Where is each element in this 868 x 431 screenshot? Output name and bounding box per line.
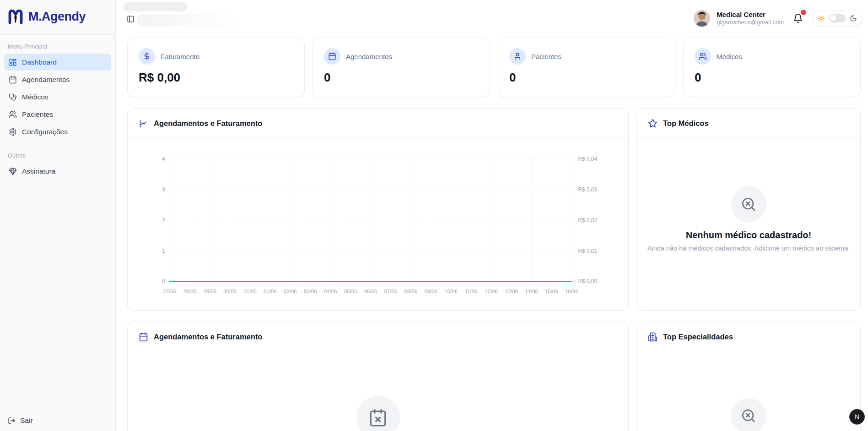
empty-circle: [731, 186, 766, 222]
chart-line-icon: [139, 119, 148, 128]
empty-circle: [731, 398, 766, 431]
sidebar-item-configuracoes[interactable]: Configurações: [4, 123, 111, 140]
hospital-icon: [648, 332, 658, 342]
svg-text:16/06: 16/06: [565, 289, 578, 294]
svg-text:27/05: 27/05: [163, 289, 177, 294]
calendar-icon: [328, 52, 336, 60]
svg-text:28/05: 28/05: [183, 289, 196, 294]
brand: M.Agendy: [0, 0, 115, 35]
stat-label: Pacientes: [531, 53, 561, 60]
stat-icon-circle: [695, 48, 711, 65]
sidebar-section-other: Outros: [0, 152, 115, 159]
avatar[interactable]: [694, 10, 710, 27]
top-doctors-card: Top Médicos Nenhum médico cadastrado! Ai…: [636, 108, 861, 311]
stat-value: 0: [324, 71, 479, 85]
sidebar-item-label: Assinatura: [22, 167, 55, 175]
svg-text:08/06: 08/06: [404, 289, 418, 294]
user-email: gigamatheus@gmail.com: [717, 19, 784, 26]
notifications-button[interactable]: [793, 13, 803, 23]
top-specialties-card: Top Especialidades: [636, 322, 861, 431]
moon-icon[interactable]: [850, 15, 857, 22]
stat-card-agendamentos: Agendamentos 0: [313, 38, 490, 97]
sidebar-item-label: Médicos: [22, 93, 49, 101]
topbar: Medical Center gigamatheus@gmail.com: [116, 0, 868, 38]
svg-text:10/06: 10/06: [444, 289, 458, 294]
app-root: M.Agendy Menu Principal Dashboard Agenda…: [0, 0, 868, 431]
svg-text:0: 0: [162, 278, 165, 284]
brand-logo-icon: [6, 8, 25, 26]
agendamentos-faturamento-chart: 0R$ 0,001R$ 0,012R$ 0,023R$ 0,034R$ 0,04…: [128, 138, 628, 311]
stat-card-faturamento: Faturamento R$ 0,00: [127, 38, 305, 97]
card-title: Agendamentos e Faturamento: [154, 119, 262, 128]
search-x-icon: [741, 196, 756, 212]
sidebar-nav: Dashboard Agendamentos Médicos Pacientes…: [0, 54, 115, 140]
sidebar-item-assinatura[interactable]: Assinatura: [4, 163, 111, 180]
card-title: Top Especialidades: [663, 333, 733, 341]
svg-text:R$ 0,01: R$ 0,01: [578, 248, 597, 254]
theme-toggle: [812, 11, 862, 26]
svg-text:13/06: 13/06: [505, 289, 518, 294]
stat-icon-circle: [324, 48, 340, 65]
content: Faturamento R$ 0,00 Agendamentos 0: [116, 38, 868, 431]
agenda-card: Agendamentos e Faturamento: [127, 322, 629, 431]
svg-text:14/06: 14/06: [525, 289, 538, 294]
sidebar-item-label: Pacientes: [22, 110, 53, 119]
svg-text:4: 4: [162, 156, 165, 162]
agenda-empty-state: [128, 351, 628, 431]
sidebar-item-medicos[interactable]: Médicos: [4, 88, 111, 105]
page-title-skeleton: [124, 2, 188, 11]
star-icon: [648, 119, 658, 128]
sidebar-item-label: Configurações: [22, 128, 68, 136]
gear-icon: [9, 128, 17, 136]
sun-icon[interactable]: [817, 15, 825, 22]
stat-value: 0: [695, 71, 849, 85]
svg-text:04/06: 04/06: [324, 289, 337, 294]
top-specialties-empty-state: [637, 351, 860, 431]
panel-left-icon: [127, 15, 135, 23]
doctors-icon: [699, 52, 707, 60]
svg-text:29/05: 29/05: [203, 289, 216, 294]
main-area: Medical Center gigamatheus@gmail.com: [116, 0, 868, 431]
svg-text:30/05: 30/05: [223, 289, 237, 294]
svg-text:02/06: 02/06: [284, 289, 297, 294]
search-x-icon: [741, 408, 756, 424]
stat-icon-circle: [139, 48, 155, 65]
subtitle-skeleton: [137, 14, 242, 27]
sidebar-item-pacientes[interactable]: Pacientes: [4, 106, 111, 123]
theme-switch-knob: [830, 15, 836, 22]
user-name: Medical Center: [717, 11, 784, 19]
sidebar-item-label: Dashboard: [22, 58, 57, 66]
svg-text:09/06: 09/06: [424, 289, 437, 294]
stat-label: Médicos: [717, 53, 742, 60]
empty-state-subtitle: Ainda não há médicos cadastrados. Adicio…: [647, 245, 850, 252]
svg-text:15/06: 15/06: [545, 289, 558, 294]
svg-text:03/06: 03/06: [304, 289, 317, 294]
sidebar-item-agendamentos[interactable]: Agendamentos: [4, 71, 111, 88]
sidebar-toggle-button[interactable]: [127, 15, 135, 23]
logout-button[interactable]: Sair: [8, 416, 33, 425]
stethoscope-icon: [9, 93, 17, 101]
stat-card-pacientes: Pacientes 0: [498, 38, 675, 97]
svg-text:R$ 0,04: R$ 0,04: [578, 156, 597, 162]
sidebar-nav-other: Assinatura: [0, 163, 115, 180]
patient-icon: [513, 52, 522, 60]
revenue-chart-card: Agendamentos e Faturamento 0R$ 0,001R$ 0…: [127, 108, 629, 311]
topbar-right: Medical Center gigamatheus@gmail.com: [694, 10, 862, 27]
card-title: Agendamentos e Faturamento: [154, 333, 262, 341]
svg-text:06/06: 06/06: [364, 289, 377, 294]
stats-row: Faturamento R$ 0,00 Agendamentos 0: [127, 38, 861, 97]
svg-text:R$ 0,00: R$ 0,00: [578, 278, 597, 284]
calendar-x-icon: [368, 408, 388, 427]
sidebar: M.Agendy Menu Principal Dashboard Agenda…: [0, 0, 116, 431]
theme-switch[interactable]: [829, 14, 846, 22]
sidebar-item-dashboard[interactable]: Dashboard: [4, 54, 111, 71]
calendar-icon: [9, 76, 17, 84]
users-icon: [9, 110, 17, 119]
empty-state-title: Nenhum médico cadastrado!: [686, 230, 812, 240]
avatar-image: [694, 10, 710, 27]
sidebar-section-main: Menu Principal: [0, 43, 115, 50]
charts-row: Agendamentos e Faturamento 0R$ 0,001R$ 0…: [127, 108, 861, 311]
dev-indicator-button[interactable]: N: [849, 409, 865, 425]
dollar-icon: [143, 52, 151, 60]
svg-text:12/06: 12/06: [485, 289, 498, 294]
